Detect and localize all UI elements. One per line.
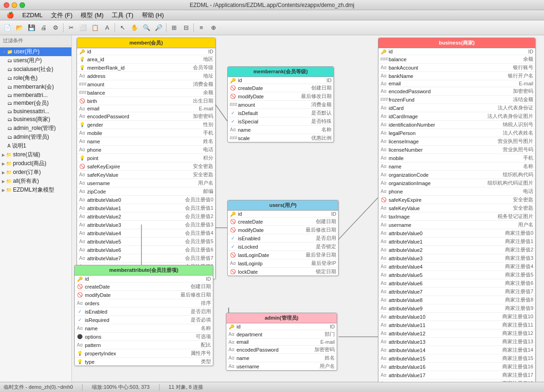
window-title: EZDML - /Applications/EZDML.app/Contents… bbox=[190, 2, 354, 8]
sidebar-item-ezdml[interactable]: ▶ 📁 EZDML对象模型 bbox=[0, 186, 71, 194]
cut-button[interactable]: ✂ bbox=[65, 22, 77, 33]
admin-table[interactable]: admin(管理员) 🔑 id ID Aα department 部门 Aα e… bbox=[226, 313, 337, 371]
table-row: Aα attributeValue14 商家注册值14 bbox=[378, 346, 535, 354]
sidebar-item-order[interactable]: ▶ 📁 order(订单) bbox=[0, 168, 71, 177]
sql-button[interactable]: ≡ bbox=[196, 22, 207, 33]
table-row: Aα mobile 手机 bbox=[378, 154, 535, 162]
maximize-button[interactable] bbox=[19, 2, 25, 8]
sidebar-item-memberrank[interactable]: 🗂 memberrank(会) bbox=[0, 83, 71, 91]
sidebar-item-store[interactable]: ▶ 📁 store(店铺) bbox=[0, 150, 71, 159]
table-row: Aα attributeValue12 商家注册值12 bbox=[378, 329, 535, 338]
sidebar-item-users[interactable]: 🗂 users(用户) bbox=[0, 56, 71, 65]
sidebar-item-admin-role[interactable]: 🗂 admin_role(管理) bbox=[0, 124, 71, 133]
bool-icon: ✓ bbox=[230, 244, 236, 249]
sidebar-item-member[interactable]: 🗂 member(会员) bbox=[0, 99, 71, 108]
status-sep2 bbox=[159, 384, 160, 391]
sidebar-item-socialuser[interactable]: 🗂 socialuser(社会) bbox=[0, 65, 71, 74]
table-row: Aα attributeValue17 商家注册值17 bbox=[378, 371, 535, 379]
select-button[interactable]: ↖ bbox=[117, 22, 128, 33]
menu-ezdml[interactable]: EZDML bbox=[19, 11, 46, 19]
table-row: 🔑 id ID bbox=[228, 77, 333, 84]
table-row: Aα attributeValue1 商家注册值1 bbox=[378, 238, 535, 246]
users-table-header: users(用户) bbox=[228, 200, 338, 211]
str-icon: Aα bbox=[79, 114, 85, 119]
zoom-out-button[interactable]: 🔎 bbox=[153, 22, 164, 33]
sidebar-item-memberattribute[interactable]: 🗂 memberattri... bbox=[0, 91, 71, 99]
main-layout: 过滤条件 ▼ 📁 user(用户) 🗂 users(用户) 🗂 socialus… bbox=[0, 35, 544, 382]
str-icon: Aα bbox=[79, 197, 85, 202]
traffic-lights[interactable] bbox=[4, 2, 25, 8]
str-icon: Aα bbox=[380, 281, 387, 286]
str-icon: Aα bbox=[380, 256, 387, 261]
align-button[interactable]: ⊟ bbox=[180, 22, 192, 33]
member-table[interactable]: member(会员) 🔑 id ID 💡 area_id 地区 💡 member… bbox=[77, 38, 216, 279]
str-icon: Aα bbox=[79, 214, 85, 219]
str-icon: Aα bbox=[380, 239, 387, 244]
num-icon: ### bbox=[79, 82, 85, 87]
sidebar-item-business[interactable]: 🗂 business(商家) bbox=[0, 115, 71, 124]
table-row: Aα name 名称 bbox=[228, 126, 333, 134]
text-icon: A bbox=[7, 143, 11, 148]
new-button[interactable]: 📄 bbox=[2, 22, 13, 33]
table-row: Aα attributeValue0 会员注册值0 bbox=[77, 196, 215, 204]
memberrank-table[interactable]: memberrank(会员等级) 🔑 id ID 🚫 createDate 创建… bbox=[227, 66, 334, 142]
member-table-header: member(会员) bbox=[77, 38, 215, 48]
sidebar-item-note[interactable]: A 说明1 bbox=[0, 141, 71, 150]
export-button[interactable]: ⚙ bbox=[50, 22, 61, 33]
memberattribute-table[interactable]: memberattribute(会员注册项) 🔑 id ID 🚫 createD… bbox=[74, 265, 213, 366]
table-row: ✓ isRequired 是否必填 bbox=[75, 316, 213, 324]
table-row: Aα attributeValue9 商家注册值9 bbox=[378, 304, 535, 313]
table-row: Aα mobile 手机 bbox=[77, 129, 215, 137]
str-icon: Aα bbox=[380, 347, 387, 353]
text-button[interactable]: A bbox=[102, 22, 113, 33]
zoom-in-button[interactable]: 🔍 bbox=[141, 22, 152, 33]
sidebar-item-user[interactable]: ▼ 📁 user(用户) bbox=[0, 47, 71, 56]
str-icon: Aα bbox=[77, 301, 83, 306]
open-button[interactable]: 📂 bbox=[14, 22, 25, 33]
sidebar-item-all[interactable]: ▶ 📁 all(所有表) bbox=[0, 177, 71, 186]
canvas[interactable]: member(会员) 🔑 id ID 💡 area_id 地区 💡 member… bbox=[72, 35, 544, 382]
date-icon: 🚫 bbox=[230, 219, 236, 224]
str-icon: Aα bbox=[79, 139, 85, 144]
minimize-button[interactable] bbox=[12, 2, 17, 8]
table-row: Aα name 名称 bbox=[75, 324, 213, 333]
date-icon: 🚫 bbox=[230, 94, 236, 99]
table-row: Aα email E-mail bbox=[226, 339, 337, 346]
code-button[interactable]: ⊕ bbox=[208, 22, 219, 33]
menu-model[interactable]: 模型 (M) bbox=[77, 10, 107, 20]
menu-tools[interactable]: 工具 (T) bbox=[108, 10, 137, 20]
table-row: Aα encodedPassword 加密密码 bbox=[77, 112, 215, 121]
menu-apple[interactable]: 🍎 bbox=[3, 11, 18, 19]
menu-help[interactable]: 帮助 (H) bbox=[138, 10, 168, 20]
pk-icon: 🔑 bbox=[230, 212, 236, 217]
fit-button[interactable]: ⊞ bbox=[168, 22, 179, 33]
save-button[interactable]: 💾 bbox=[26, 22, 37, 33]
arrow-icon: ▶ bbox=[2, 161, 5, 166]
table-row: Aα attributeValue7 会员注册值7 bbox=[77, 254, 215, 263]
menu-file[interactable]: 文件 (F) bbox=[47, 10, 76, 20]
paste-button[interactable]: 📋 bbox=[90, 22, 101, 33]
sidebar-item-admin[interactable]: 🗂 admin(管理员) bbox=[0, 133, 71, 141]
table-icon: 🗂 bbox=[7, 84, 12, 90]
sidebar-tree: ▼ 📁 user(用户) 🗂 users(用户) 🗂 socialuser(社会… bbox=[0, 46, 71, 195]
sidebar[interactable]: 过滤条件 ▼ 📁 user(用户) 🗂 users(用户) 🗂 socialus… bbox=[0, 35, 72, 382]
copy-button[interactable]: ⬜ bbox=[77, 22, 89, 33]
table-row: Aα attributeValue3 商家注册值3 bbox=[378, 254, 535, 263]
print-button[interactable]: 🖨 bbox=[38, 22, 49, 33]
users-table[interactable]: users(用户) 🔑 id ID 🚫 createDate 创建日期 🚫 mo… bbox=[227, 200, 339, 276]
table-row: Aα address 地址 bbox=[77, 72, 215, 80]
hand-button[interactable]: ✋ bbox=[129, 22, 140, 33]
str-icon: Aα bbox=[77, 342, 83, 347]
close-button[interactable] bbox=[4, 2, 9, 8]
date-icon: 🚫 bbox=[230, 269, 236, 274]
sidebar-item-businessattri[interactable]: 🗂 businessattri... bbox=[0, 108, 71, 115]
str-icon: Aα bbox=[79, 147, 85, 152]
str-icon: Aα bbox=[380, 155, 387, 161]
sidebar-item-label: admin_role(管理) bbox=[13, 124, 56, 132]
sidebar-item-product[interactable]: ▶ 📁 product(商品) bbox=[0, 159, 71, 168]
business-table[interactable]: business(商家) 🔑 id ID ### balance 余额 Aα b… bbox=[378, 38, 536, 382]
table-row: Aα organizationImage 组织机构代码证图片 bbox=[378, 179, 535, 187]
arrow-icon: ▶ bbox=[2, 170, 5, 175]
sidebar-item-role[interactable]: 🗂 role(角色) bbox=[0, 74, 71, 83]
sidebar-item-label: memberattri... bbox=[13, 92, 48, 98]
